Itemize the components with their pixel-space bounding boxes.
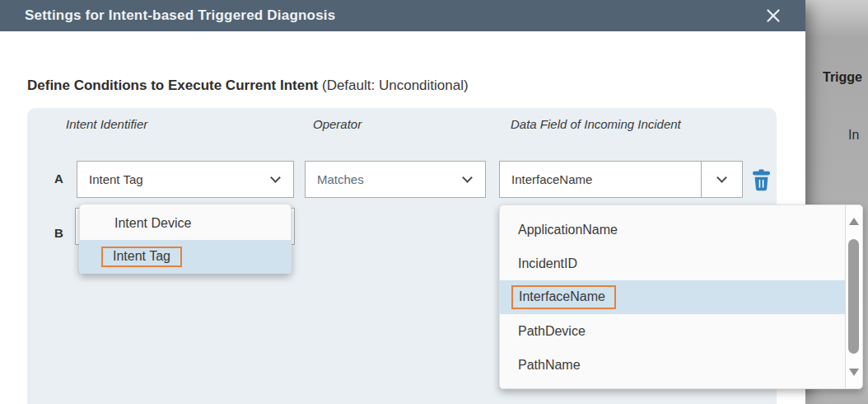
dialog-header: Settings for Intent-based Triggered Diag… <box>0 0 805 31</box>
focus-outline: Intent Tag <box>101 247 182 267</box>
data-field-menu: ApplicationName IncidentID InterfaceName… <box>499 204 863 389</box>
column-header-data-field: Data Field of Incoming Incident <box>511 117 681 131</box>
row-a-label: A <box>54 171 63 186</box>
background-intent-text: In <box>848 128 859 143</box>
menu-item-intent-device[interactable]: Intent Device <box>80 206 291 240</box>
scroll-up-arrow-icon[interactable] <box>849 218 859 225</box>
menu-item-pathdevice[interactable]: PathDevice <box>500 314 845 348</box>
column-header-intent-identifier: Intent Identifier <box>66 117 147 131</box>
intent-identifier-select[interactable]: Intent Tag <box>77 161 294 198</box>
chevron-down-icon <box>270 172 281 183</box>
intent-identifier-menu: Intent Device Intent Tag <box>79 204 292 274</box>
menu-item-label: Intent Tag <box>113 249 170 263</box>
chevron-down-icon <box>716 172 727 183</box>
menu-item-label: PathName <box>518 358 581 373</box>
menu-item-intent-tag[interactable]: Intent Tag <box>80 240 291 274</box>
delete-condition-button[interactable] <box>750 169 772 191</box>
data-field-menu-list: ApplicationName IncidentID InterfaceName… <box>500 205 845 388</box>
intent-identifier-value: Intent Tag <box>89 172 143 186</box>
close-button[interactable] <box>764 7 782 26</box>
data-field-dropdown-toggle[interactable] <box>701 162 742 197</box>
data-field-value: InterfaceName <box>500 172 701 186</box>
operator-select[interactable]: Matches <box>305 161 486 198</box>
trash-icon <box>751 181 772 194</box>
menu-item-label: InterfaceName <box>519 289 605 303</box>
column-header-operator: Operator <box>313 117 362 131</box>
menu-item-label: IncidentID <box>518 256 577 271</box>
dialog-title: Settings for Intent-based Triggered Diag… <box>25 0 335 31</box>
menu-item-incidentid[interactable]: IncidentID <box>500 247 845 280</box>
scrollbar-thumb[interactable] <box>848 239 859 354</box>
menu-item-label: Intent Device <box>114 216 191 231</box>
menu-scrollbar[interactable] <box>845 205 862 388</box>
scroll-down-arrow-icon[interactable] <box>849 369 859 376</box>
background-trigger-text: Trigge <box>823 70 862 85</box>
conditions-heading: Define Conditions to Execute Current Int… <box>27 78 469 94</box>
focus-outline: InterfaceName <box>511 285 616 309</box>
menu-item-label: ApplicationName <box>518 223 618 237</box>
conditions-heading-bold: Define Conditions to Execute Current Int… <box>27 78 318 93</box>
menu-item-applicationname[interactable]: ApplicationName <box>500 213 845 247</box>
menu-item-interfacename[interactable]: InterfaceName <box>500 280 845 314</box>
data-field-combobox[interactable]: InterfaceName <box>499 161 743 198</box>
conditions-heading-note: (Default: Unconditional) <box>318 78 468 93</box>
operator-value: Matches <box>317 172 364 186</box>
chevron-down-icon <box>462 172 473 183</box>
menu-item-label: PathDevice <box>518 324 586 339</box>
close-icon <box>765 14 782 26</box>
menu-item-pathname[interactable]: PathName <box>500 348 845 382</box>
row-b-label: B <box>54 226 63 240</box>
